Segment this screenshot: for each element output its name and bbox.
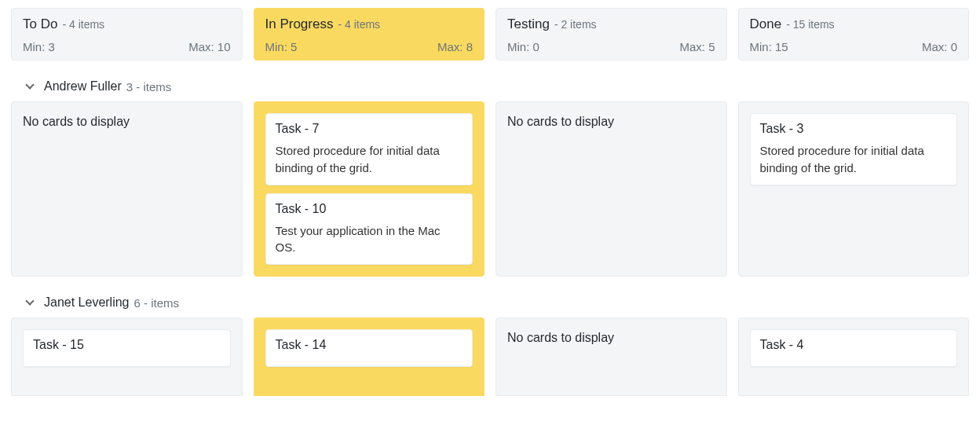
card-title: Task - 7 bbox=[276, 122, 463, 136]
card-title: Task - 14 bbox=[276, 338, 463, 352]
column-min: Min: 15 bbox=[750, 40, 788, 53]
swimlane-row-janet: Task - 15 Task - 14 No cards to display … bbox=[8, 317, 972, 396]
column-max: Max: 8 bbox=[437, 40, 473, 53]
column-max: Max: 10 bbox=[188, 40, 230, 53]
column-count: - 4 items bbox=[62, 18, 104, 31]
kanban-card[interactable]: Task - 3 Stored procedure for initial da… bbox=[750, 113, 958, 185]
card-body: Test your application in the Mac OS. bbox=[276, 222, 463, 257]
kanban-card[interactable]: Task - 14 bbox=[265, 329, 474, 367]
lane-cell-testing[interactable]: No cards to display bbox=[495, 317, 727, 396]
card-body: Stored procedure for initial data bindin… bbox=[276, 142, 463, 177]
card-title: Task - 15 bbox=[33, 338, 221, 352]
column-header-todo[interactable]: To Do - 4 items Min: 3 Max: 10 bbox=[11, 8, 243, 61]
kanban-board: To Do - 4 items Min: 3 Max: 10 In Progre… bbox=[8, 8, 972, 396]
column-header-inprogress[interactable]: In Progress - 4 items Min: 5 Max: 8 bbox=[254, 8, 485, 61]
card-title: Task - 3 bbox=[760, 122, 948, 136]
swimlane-name: Andrew Fuller bbox=[44, 79, 122, 94]
chevron-down-icon bbox=[25, 296, 34, 305]
swimlane-row-andrew: No cards to display Task - 7 Stored proc… bbox=[8, 101, 972, 277]
swimlane-count: 6 - items bbox=[134, 296, 180, 310]
empty-message: No cards to display bbox=[507, 329, 715, 347]
column-title: In Progress bbox=[265, 17, 334, 32]
column-min: Min: 3 bbox=[23, 40, 55, 53]
kanban-card[interactable]: Task - 7 Stored procedure for initial da… bbox=[265, 113, 474, 185]
column-header-done[interactable]: Done - 15 items Min: 15 Max: 0 bbox=[738, 8, 970, 61]
lane-cell-inprogress[interactable]: Task - 14 bbox=[254, 317, 485, 396]
card-body: Stored procedure for initial data bindin… bbox=[760, 142, 948, 177]
column-headers: To Do - 4 items Min: 3 Max: 10 In Progre… bbox=[8, 8, 972, 61]
column-count: - 15 items bbox=[786, 18, 834, 31]
column-header-testing[interactable]: Testing - 2 items Min: 0 Max: 5 bbox=[495, 8, 727, 61]
card-title: Task - 10 bbox=[276, 202, 463, 216]
swimlane-header-janet[interactable]: Janet Leverling 6 - items bbox=[8, 277, 972, 317]
kanban-card[interactable]: Task - 10 Test your application in the M… bbox=[265, 193, 474, 266]
swimlane-header-andrew[interactable]: Andrew Fuller 3 - items bbox=[8, 61, 972, 101]
column-min: Min: 5 bbox=[265, 40, 298, 53]
kanban-card[interactable]: Task - 15 bbox=[23, 329, 231, 367]
lane-cell-testing[interactable]: No cards to display bbox=[495, 101, 727, 277]
lane-cell-todo[interactable]: Task - 15 bbox=[11, 317, 243, 396]
lane-cell-todo[interactable]: No cards to display bbox=[11, 101, 243, 277]
column-max: Max: 5 bbox=[679, 40, 715, 53]
swimlane-count: 3 - items bbox=[126, 80, 172, 94]
empty-message: No cards to display bbox=[23, 113, 231, 130]
lane-cell-done[interactable]: Task - 4 bbox=[738, 317, 970, 396]
swimlane-name: Janet Leverling bbox=[44, 295, 130, 310]
lane-cell-done[interactable]: Task - 3 Stored procedure for initial da… bbox=[738, 101, 970, 277]
column-title: To Do bbox=[23, 17, 57, 32]
chevron-down-icon bbox=[25, 80, 34, 89]
card-title: Task - 4 bbox=[760, 338, 948, 352]
column-min: Min: 0 bbox=[507, 40, 539, 53]
empty-message: No cards to display bbox=[507, 113, 715, 130]
lane-cell-inprogress[interactable]: Task - 7 Stored procedure for initial da… bbox=[254, 101, 485, 277]
column-title: Testing bbox=[507, 17, 550, 32]
column-count: - 4 items bbox=[338, 18, 380, 31]
column-count: - 2 items bbox=[554, 18, 597, 31]
column-max: Max: 0 bbox=[922, 40, 957, 53]
kanban-card[interactable]: Task - 4 bbox=[750, 329, 958, 367]
column-title: Done bbox=[750, 17, 782, 32]
